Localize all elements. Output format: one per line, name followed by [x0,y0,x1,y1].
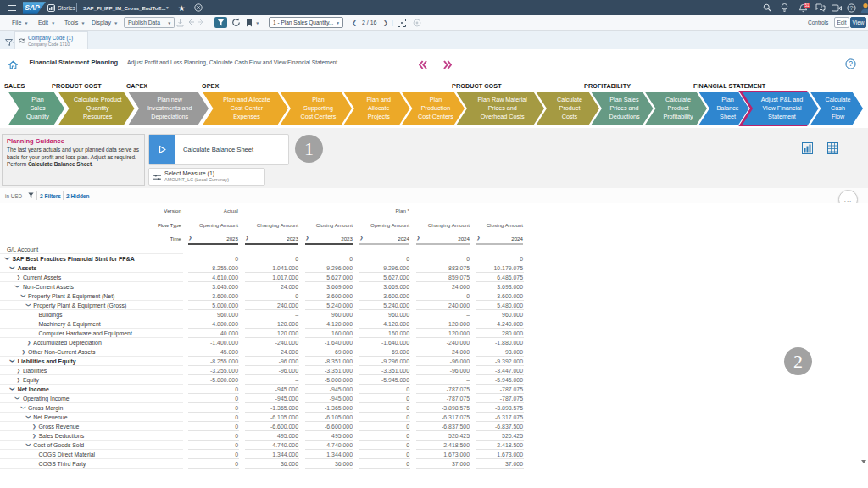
svg-text:51: 51 [804,3,810,8]
svg-text:?: ? [850,5,854,11]
svg-text:?: ? [849,59,853,68]
svg-text:SAP: SAP [25,3,40,12]
